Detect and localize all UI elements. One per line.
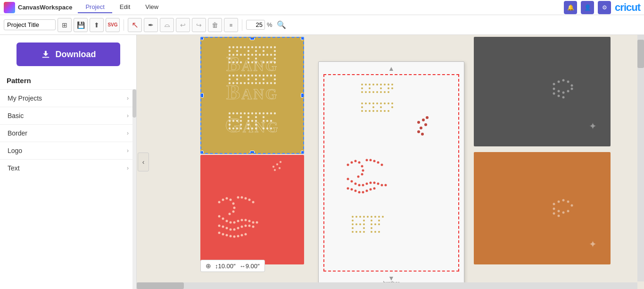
sidebar-item-logo[interactable]: Logo › <box>0 142 136 159</box>
svg-point-158 <box>245 225 247 227</box>
canvas-left-arrow[interactable]: ‹ <box>138 153 149 171</box>
align-btn[interactable]: ≡ <box>224 18 238 32</box>
canvas-area[interactable]: ‹ <box>137 35 644 289</box>
toolbar: ⊞ 💾 ⬆ SVG ↖ ✒ ⌓ ↩ ↪ 🗑 ≡ % 🔍 <box>0 15 644 35</box>
dark-dot-pattern <box>553 79 573 99</box>
logo-area: CanvasWorkspace <box>4 2 72 13</box>
svg-point-118 <box>255 128 257 129</box>
svg-point-181 <box>388 87 389 89</box>
tile-red[interactable] <box>200 155 304 264</box>
user-icon[interactable]: 👤 <box>581 1 594 14</box>
tile-white-preview[interactable]: ▲ <box>318 61 464 282</box>
delete-btn[interactable]: 🗑 <box>208 18 222 32</box>
svg-point-132 <box>233 207 236 209</box>
svg-point-288 <box>558 90 560 93</box>
vertical-scroll-thumb[interactable] <box>637 40 644 68</box>
svg-point-109 <box>240 124 242 126</box>
horizontal-scroll-thumb[interactable] <box>137 282 184 289</box>
svg-btn[interactable]: SVG <box>106 18 120 32</box>
svg-point-203 <box>391 106 393 108</box>
tile-dark[interactable]: ✦ <box>474 37 611 146</box>
sidebar-scroll-thumb[interactable] <box>132 89 136 118</box>
project-title-input[interactable] <box>4 19 56 30</box>
sidebar-item-label-logo: Logo <box>8 147 22 154</box>
svg-point-252 <box>355 216 357 218</box>
settings-icon[interactable]: ⚙ <box>598 1 611 14</box>
notification-icon[interactable]: 🔔 <box>564 1 577 14</box>
svg-point-6 <box>248 46 249 48</box>
svg-point-174 <box>380 84 382 85</box>
svg-point-78 <box>270 82 272 84</box>
save-btn[interactable]: 💾 <box>74 18 88 32</box>
svg-point-302 <box>558 210 560 212</box>
svg-point-274 <box>352 231 354 233</box>
svg-point-198 <box>388 102 389 104</box>
vertical-scrollbar[interactable] <box>637 35 644 281</box>
svg-point-297 <box>558 201 560 203</box>
svg-point-215 <box>358 162 361 164</box>
dimension-height: ↕10.00″ <box>215 263 236 270</box>
gold-text-bang2: Bang <box>226 81 278 104</box>
sidebar-item-text[interactable]: Text › <box>0 159 136 177</box>
svg-point-264 <box>352 223 354 225</box>
pen-tool-btn[interactable]: ✒ <box>144 18 158 32</box>
svg-point-5 <box>244 46 246 48</box>
sidebar-item-basic[interactable]: Basic › <box>0 107 136 124</box>
tab-view[interactable]: View <box>138 1 166 13</box>
select-tool-btn[interactable]: ↖ <box>128 18 142 32</box>
tile-gold[interactable]: Bang Bang Gang <box>200 37 304 154</box>
svg-point-147 <box>245 219 247 221</box>
zoom-search-btn[interactable]: 🔍 <box>274 18 289 32</box>
svg-point-231 <box>370 182 372 184</box>
zoom-input[interactable] <box>246 20 265 30</box>
svg-point-48 <box>229 75 231 76</box>
download-label: Download <box>56 50 96 60</box>
svg-point-270 <box>378 223 380 225</box>
red-tile-svg <box>200 155 304 264</box>
svg-point-278 <box>371 231 372 233</box>
svg-point-108 <box>229 124 231 126</box>
svg-point-206 <box>369 110 371 112</box>
svg-point-60 <box>274 75 276 76</box>
svg-point-137 <box>245 197 247 200</box>
tab-project[interactable]: Project <box>78 1 112 13</box>
svg-point-200 <box>361 106 363 108</box>
svg-point-95 <box>248 116 249 118</box>
horizontal-scrollbar[interactable] <box>137 282 637 289</box>
sidebar-item-border[interactable]: Border › <box>0 124 136 142</box>
svg-point-72 <box>248 82 249 84</box>
svg-point-205 <box>365 110 367 112</box>
sidebar-item-my-projects[interactable]: My Projects › <box>0 89 136 107</box>
svg-point-306 <box>558 215 560 217</box>
undo-btn[interactable]: ↩ <box>176 18 190 32</box>
svg-point-163 <box>226 234 228 237</box>
download-button[interactable]: Download <box>17 42 120 66</box>
svg-point-117 <box>251 128 253 129</box>
svg-point-94 <box>240 116 242 118</box>
grid-icon-btn[interactable]: ⊞ <box>58 18 72 32</box>
sidebar-scrollbar[interactable] <box>132 89 136 289</box>
tile-copper[interactable]: ✦ <box>474 152 611 264</box>
svg-point-183 <box>361 91 363 93</box>
svg-point-83 <box>240 112 242 114</box>
svg-point-219 <box>357 176 360 178</box>
export-btn[interactable]: ⬆ <box>90 18 104 32</box>
svg-point-272 <box>363 227 365 229</box>
curve-tool-btn[interactable]: ⌓ <box>160 18 174 32</box>
redo-btn[interactable]: ↪ <box>192 18 206 32</box>
logo-icon <box>4 2 15 13</box>
svg-point-266 <box>359 223 361 225</box>
svg-point-296 <box>553 203 555 205</box>
svg-point-262 <box>371 220 372 221</box>
svg-point-243 <box>373 187 376 190</box>
svg-point-121 <box>270 128 272 129</box>
tab-edit[interactable]: Edit <box>112 1 138 13</box>
svg-point-276 <box>359 231 361 233</box>
svg-point-125 <box>274 169 276 171</box>
svg-point-165 <box>233 236 236 238</box>
svg-point-67 <box>229 82 231 84</box>
preview-gang-dots <box>352 216 384 233</box>
svg-point-143 <box>230 221 232 224</box>
svg-point-150 <box>256 221 258 224</box>
svg-point-230 <box>366 183 368 185</box>
